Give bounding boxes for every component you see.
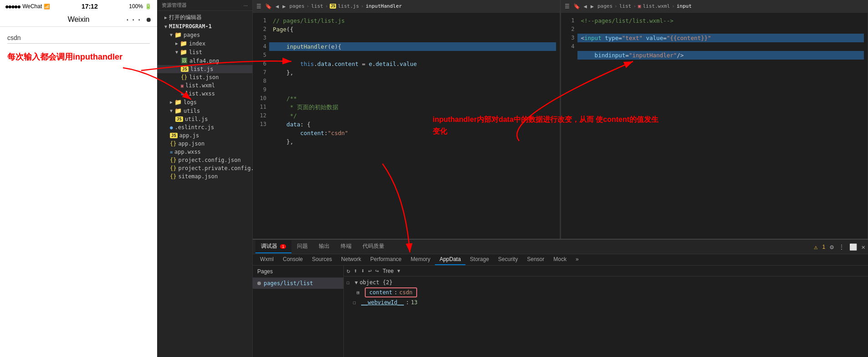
panel-tabs-bar: Wxml Console Sources Network Performance… (253, 254, 868, 266)
devtools-tab-quality[interactable]: 代码质量 (357, 240, 390, 253)
miniprogram-label: MINIPROGRAM-1 (169, 23, 212, 30)
webviewid-key: __webviewId__ (361, 299, 404, 306)
data-toolbar: ↻ ⬆ ⬇ ↩ ↪ Tree ▼ (344, 266, 868, 277)
collapse-icon[interactable]: ⬆ (354, 267, 357, 274)
tree-item-listwxml[interactable]: ▣ list.wxml (157, 81, 252, 90)
appjs-icon: JS (170, 133, 178, 138)
panel-tab-wxml[interactable]: Wxml (255, 254, 278, 265)
phone-nav-dots: ··· ⏺ (125, 15, 152, 25)
close-devtools-icon[interactable]: ✕ (862, 243, 865, 251)
tree-item-listwxss[interactable]: ≡ list.wxss (157, 90, 252, 98)
settings-devtools-icon[interactable]: ⚙ (830, 243, 833, 251)
content-key: content (369, 289, 393, 296)
tree-dropdown-icon[interactable]: ▼ (397, 268, 400, 273)
tree-item-logs[interactable]: ▶ 📁 logs (157, 98, 252, 106)
breadcrumb-left: pages › list › JS list.js › inputHandler (289, 3, 402, 9)
sitemap-icon: {} (170, 173, 176, 180)
data-rows: ☐ ▼ object {2} ⊞ content (344, 277, 868, 357)
tree-item-alfa4[interactable]: 🖼 alfa4.png (157, 56, 252, 65)
tree-item-index[interactable]: ▶ 📁 index (157, 39, 252, 48)
devtools-tab-issues[interactable]: 问题 (291, 240, 313, 253)
devtools-tab-terminal[interactable]: 终端 (335, 240, 357, 253)
devtools-actions: ⚠ 1 ⚙ ⋮ ⬜ ✕ (814, 243, 865, 251)
folder-list-icon: 📁 (180, 49, 187, 55)
tree-item-projectprivate[interactable]: {} project.private.config.js... (157, 164, 252, 172)
data-row-object: ☐ ▼ object {2} (344, 278, 868, 287)
more-icon[interactable]: ⋮ (838, 243, 845, 251)
row-expand-icon[interactable]: ▼ (355, 280, 358, 286)
panel-tab-appdata[interactable]: AppData (435, 254, 465, 265)
row-check-icon: ☐ (347, 280, 353, 286)
pages-label: pages (184, 32, 200, 38)
maximize-icon[interactable]: ⬜ (849, 243, 857, 251)
miniprogram-arrow: ▼ (164, 24, 167, 29)
undo-icon[interactable]: ↩ (368, 267, 372, 274)
line-numbers-right: 1 2 3 4 (561, 13, 577, 239)
redo-icon[interactable]: ↪ (375, 267, 379, 274)
tree-item-listjs[interactable]: JS list.js (157, 65, 252, 73)
panel-tab-storage[interactable]: Storage (465, 254, 494, 265)
tree-item-eslint[interactable]: ● .eslintrc.js (157, 123, 252, 131)
tree-item-list[interactable]: ▼ 📁 list (157, 48, 252, 56)
breadcrumb-r-listwxml: list.wxml (643, 3, 670, 9)
filetree-menu-icon[interactable]: ··· (244, 3, 248, 8)
back-icon[interactable]: ◀ (276, 3, 279, 10)
back-icon-r[interactable]: ◀ (584, 3, 587, 10)
tree-item-appjs[interactable]: JS app.js (157, 131, 252, 140)
tree-item-utiljs[interactable]: JS util.js (157, 115, 252, 123)
forward-icon-r[interactable]: ▶ (591, 3, 594, 10)
panel-tab-console[interactable]: Console (278, 254, 307, 265)
appwxss-icon: ≡ (170, 150, 173, 155)
miniprogram-section[interactable]: ▼ MINIPROGRAM-1 (157, 22, 252, 30)
devtools-tab-debugger[interactable]: 调试器 1 (255, 240, 291, 253)
tree-item-pages[interactable]: ▼ 📁 pages (157, 30, 252, 39)
panel-tab-mock[interactable]: Mock (549, 254, 571, 265)
editor-scrollbar-left[interactable] (556, 13, 560, 239)
sitemap-label: sitemap.json (178, 173, 218, 180)
panel-tab-sources[interactable]: Sources (307, 254, 337, 265)
nav-dots[interactable]: ··· (125, 15, 143, 25)
refresh-icon[interactable]: ↻ (347, 267, 350, 274)
editor-tabbar-right: ☰ 🔖 ◀ ▶ pages › list › ▣ list.wxml (561, 0, 868, 13)
listjson-label: list.json (189, 74, 219, 80)
bookmark-icon-r: 🔖 (573, 3, 580, 10)
content-val: csdn (399, 289, 413, 296)
index-arrow: ▶ (175, 41, 178, 46)
page-dot (257, 282, 261, 285)
tree-item-projectconfig[interactable]: {} project.config.json (157, 156, 252, 164)
panel-tab-network[interactable]: Network (337, 254, 366, 265)
panel-tab-more[interactable]: » (571, 254, 583, 265)
breadcrumb-list: list (311, 3, 323, 9)
nav-record[interactable]: ⏺ (145, 16, 152, 23)
devtools-tab-output[interactable]: 输出 (313, 240, 335, 253)
tree-item-sitemap[interactable]: {} sitemap.json (157, 172, 252, 181)
page-entry-listlist[interactable]: pages/list/list (253, 278, 343, 289)
tree-item-utils[interactable]: ▼ 📁 utils (157, 106, 252, 115)
utiljs-icon: JS (175, 116, 183, 122)
panel-tab-security[interactable]: Security (494, 254, 522, 265)
list-arrow: ▼ (175, 50, 178, 55)
panel-tab-sensor[interactable]: Sensor (522, 254, 549, 265)
open-editors-arrow: ▶ (164, 15, 167, 20)
alfa4-label: alfa4.png (189, 58, 219, 64)
panel-tab-memory[interactable]: Memory (406, 254, 435, 265)
tree-label: Tree (383, 268, 393, 274)
pages-title: Pages (253, 266, 343, 278)
forward-icon[interactable]: ▶ (282, 3, 286, 10)
phone-status-left: ●●●●● WeChat 📶 (5, 3, 50, 10)
tree-item-listjson[interactable]: {} list.json (157, 73, 252, 81)
tree-item-appjson[interactable]: {} app.json (157, 140, 252, 148)
code-editors-area: ☰ 🔖 ◀ ▶ pages › list › JS list.js (253, 0, 868, 357)
tree-item-appwxss[interactable]: ≡ app.wxss (157, 148, 252, 156)
webviewid-check-icon: ☐ (353, 300, 359, 306)
code-body-left: // pages/list/list.js Page({ inputHandle… (269, 13, 556, 239)
listwxss-label: list.wxss (185, 91, 215, 97)
open-editors-section[interactable]: ▶ 打开的编辑器 (157, 13, 252, 22)
breadcrumb-pages: pages (289, 3, 304, 9)
editors-row: 资源管理器 ··· ▶ 打开的编辑器 ▼ MINIPROGRAM-1 (157, 0, 868, 357)
breadcrumb-listjs-icon: JS (330, 4, 336, 9)
editor-content-right: 1 2 3 4 <!--pages/list/list.wxml--> <inp… (561, 13, 868, 239)
editor-scrollbar-right[interactable] (864, 13, 868, 239)
expand-icon[interactable]: ⬇ (361, 267, 365, 274)
panel-tab-performance[interactable]: Performance (366, 254, 406, 265)
